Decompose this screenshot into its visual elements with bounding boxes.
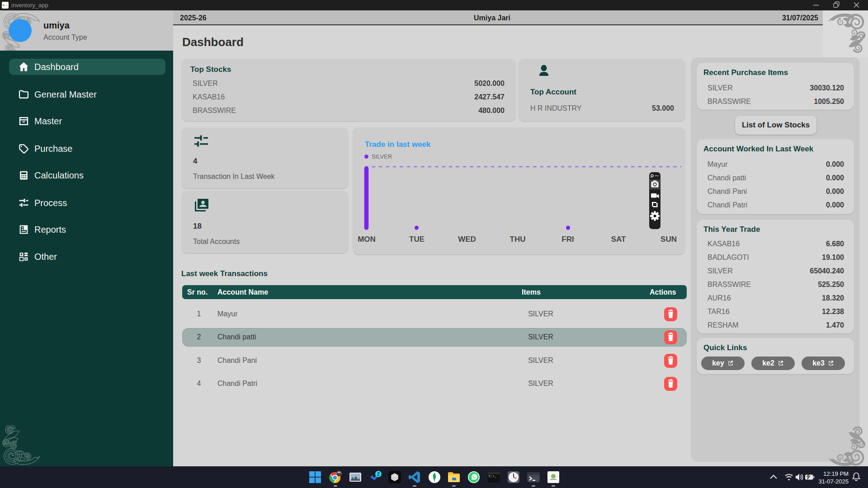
svg-text:2: 2 bbox=[377, 471, 380, 477]
svg-text:C:\_: C:\_ bbox=[489, 474, 497, 478]
